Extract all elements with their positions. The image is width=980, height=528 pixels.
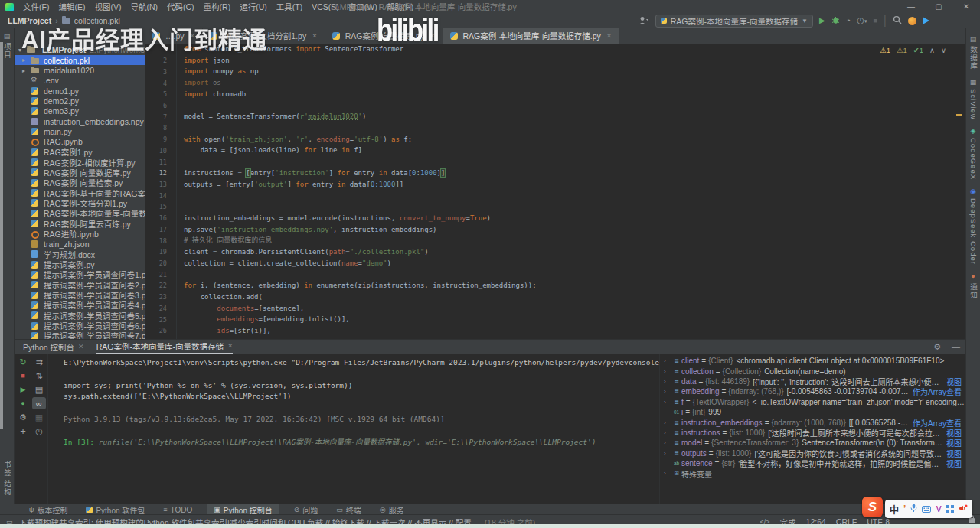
menu-item[interactable]: 运行(U) — [235, 0, 272, 14]
settings-icon[interactable] — [16, 411, 30, 423]
editor-tab[interactable]: RAG案例-本地向量库-向量数据存储.py✕ — [443, 28, 620, 44]
code-line[interactable]: 13outputs = [entry['output'] for entry i… — [145, 179, 966, 191]
stop-icon[interactable] — [16, 370, 30, 382]
tool-window-button-grid[interactable]: ▦SciView — [966, 78, 980, 120]
console-tab[interactable]: RAG案例-本地向量库-向量数据存储✕ — [96, 339, 234, 354]
menu-item[interactable]: 视图(V) — [90, 0, 126, 14]
code-line[interactable]: 2import json — [145, 55, 966, 67]
code-line[interactable]: 26 ids=[str(i)], — [145, 325, 966, 337]
tree-item[interactable]: RAG案例2-相似度计算.py — [14, 157, 145, 167]
menu-item[interactable]: 代码(C) — [162, 0, 199, 14]
tree-item[interactable]: .env — [14, 76, 145, 86]
tree-item[interactable]: demo3.py — [14, 106, 145, 116]
variable-row[interactable]: ›≣instructions={list: 1000}['这段时间去上厕所本来想… — [660, 428, 966, 438]
variable-row[interactable]: ›≣collection={Collection}Collection(name… — [660, 366, 966, 376]
tool-window-bookmarks-button[interactable]: 书签 — [2, 461, 12, 477]
sogou-logo[interactable]: S — [862, 497, 883, 517]
tree-item[interactable]: RAG案例-向量数据库.py — [14, 168, 145, 178]
code-line[interactable]: 3import numpy as np — [145, 66, 966, 77]
tool-window-button-branch[interactable]: 版本控制 — [26, 504, 70, 515]
inspection-widget[interactable]: ⚠1 ⚠1 ✔1 ∧ ∨ — [880, 46, 946, 54]
view-link[interactable]: 视图 — [945, 458, 966, 468]
menu-item[interactable]: 文件(F) — [18, 0, 54, 14]
code-line[interactable]: 8 — [145, 122, 966, 134]
tool-window-button-problems[interactable]: 问题 — [291, 504, 322, 515]
tree-item[interactable]: 提示词案例.py — [14, 259, 145, 269]
menu-item[interactable]: 编辑(E) — [54, 0, 90, 14]
wrap-icon[interactable] — [32, 397, 46, 409]
gear-icon[interactable]: ⚙ — [933, 340, 941, 354]
view-link[interactable]: 视图 — [945, 438, 966, 448]
close-icon[interactable]: ✕ — [78, 343, 84, 350]
run-icon[interactable] — [16, 383, 30, 396]
close-icon[interactable]: ✕ — [606, 32, 612, 40]
close-button[interactable]: ✕ — [952, 0, 980, 14]
tool-window-button-bell[interactable]: ●通知 — [966, 272, 980, 299]
tool-window-button-cg[interactable]: ◈CodeGeeX — [966, 127, 980, 180]
code-line[interactable]: 21 — [145, 269, 966, 280]
tree-item[interactable]: RAG.ipynb — [14, 137, 145, 147]
tree-item[interactable]: RAG案例-本地向量库-向量数据存储. — [14, 208, 145, 218]
code-line[interactable]: 11 — [145, 156, 966, 168]
variable-row[interactable]: ›≣client={Client}<chromadb.api.client.Cl… — [660, 356, 966, 366]
tool-window-button-terminal[interactable]: 终端 — [333, 504, 364, 515]
tree-item[interactable]: 提示词案例-学员调查问卷6.py — [14, 321, 145, 331]
tree-item[interactable]: ▸collection.pkl — [14, 55, 145, 65]
user-icon[interactable] — [639, 16, 649, 25]
tree-item[interactable]: 提示词案例-学员调查问卷4.py — [14, 300, 145, 310]
prev-problem-icon[interactable]: ∧ — [929, 46, 935, 54]
menu-item[interactable]: 导航(N) — [126, 0, 162, 14]
updown-icon[interactable] — [32, 370, 46, 382]
code-line[interactable]: 24 documents=[sentence], — [145, 303, 966, 315]
code-line[interactable]: 1from sentence_transformers import Sente… — [145, 44, 966, 55]
code-area[interactable]: 1from sentence_transformers import Sente… — [145, 44, 966, 337]
coverage-button[interactable]: ◔ — [846, 15, 851, 27]
tree-item[interactable]: RAG案例-基于向量的RAG案例.py — [14, 187, 145, 197]
code-line[interactable]: 7model = SentenceTransformer(r'maidalun1… — [145, 111, 966, 122]
view-link[interactable]: 视图 — [945, 376, 966, 386]
code-line[interactable]: 19client = chromadb.PersistentClient(pat… — [145, 246, 966, 258]
keyboard-icon[interactable] — [922, 502, 931, 516]
view-link[interactable]: 视图 — [945, 428, 966, 438]
code-editor[interactable]: 1from sentence_transformers import Sente… — [145, 44, 966, 339]
variable-row[interactable]: ›≣f={TextIOWrapper}<_io.TextIOWrapper na… — [660, 397, 966, 407]
tree-item[interactable]: RAG案例-阿里云百炼.py — [14, 219, 145, 229]
code-line[interactable]: 18# 持久化 向量数据库的信息 — [145, 235, 966, 246]
code-line[interactable]: 23 collection.add( — [145, 292, 966, 303]
plugin-notification-icon[interactable] — [908, 17, 916, 25]
tree-item[interactable]: demo2.py — [14, 96, 145, 106]
tool-window-structure-button[interactable]: 结构 — [2, 480, 12, 496]
view-link[interactable]: 作为Array查看 — [911, 386, 966, 396]
tree-item[interactable]: RAG案例1.py — [14, 147, 145, 157]
tool-window-button-python[interactable]: Python 软件包 — [83, 504, 148, 515]
tree-item[interactable]: 提示词案例-学员调查问卷2.py — [14, 280, 145, 290]
code-line[interactable]: 17np.save('instruction_embeddings.npy', … — [145, 224, 966, 236]
microphone-icon[interactable] — [910, 502, 917, 516]
code-line[interactable]: 4import os — [145, 77, 966, 89]
tree-item[interactable]: 提示词案例-学员调查问卷1.py — [14, 269, 145, 279]
code-line[interactable]: 15 — [145, 201, 966, 213]
minimize-button[interactable]: — — [897, 0, 925, 14]
tool-window-button-services[interactable]: 服务 — [377, 504, 407, 515]
attach-icon[interactable] — [16, 397, 30, 409]
run-button[interactable]: ▶ — [819, 15, 825, 27]
tree-item[interactable]: RAG进阶.ipynb — [14, 229, 145, 239]
tree-item[interactable]: 提示词案例-学员调查问卷7.py — [14, 331, 145, 339]
code-line[interactable]: 16instruction_embeddings = model.encode(… — [145, 213, 966, 224]
code-line[interactable]: 5import chromadb — [145, 89, 966, 100]
tree-item[interactable]: 学习规划.docx — [14, 249, 145, 259]
variable-row[interactable]: ›≣embedding={ndarray: (768,)}[-0.0054586… — [660, 386, 966, 396]
code-line[interactable]: 20collection = client.create_collection(… — [145, 258, 966, 269]
view-link[interactable]: 视图 — [945, 448, 966, 458]
scroll-icon[interactable] — [32, 356, 46, 368]
tree-item[interactable]: 提示词案例-学员调查问卷5.py — [14, 311, 145, 321]
close-icon[interactable]: ✕ — [227, 342, 234, 350]
ime-apps-grid-icon[interactable] — [946, 505, 954, 513]
debug-button[interactable] — [831, 14, 840, 28]
hide-panel-icon[interactable]: — — [952, 340, 960, 354]
ime-mode-chinese[interactable]: 中 — [890, 503, 899, 516]
stop-button[interactable]: ■ — [873, 15, 877, 27]
tree-item[interactable]: RAG案例-文档分割1.py — [14, 198, 145, 208]
maximize-button[interactable]: ▢ — [925, 0, 952, 14]
tree-item[interactable]: train_zh.json — [14, 239, 145, 249]
